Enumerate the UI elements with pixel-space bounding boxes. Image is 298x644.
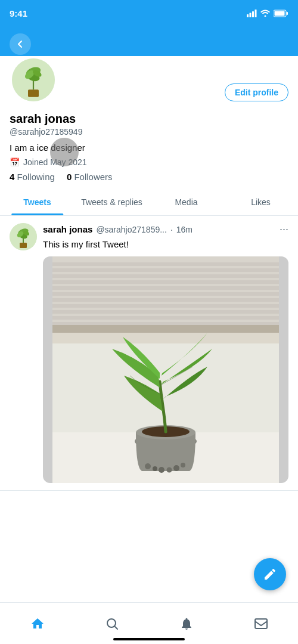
- signal-icon: [247, 10, 257, 17]
- search-icon: [105, 617, 119, 631]
- tweet-author-name: sarah jonas: [43, 224, 92, 234]
- tab-tweets-replies[interactable]: Tweets & replies: [74, 189, 149, 215]
- profile-info-area: Edit profile sarah jonas @sarahjo2718594…: [0, 56, 298, 182]
- svg-rect-5: [275, 11, 285, 16]
- svg-rect-28: [52, 292, 279, 296]
- tweet-avatar: [10, 223, 37, 250]
- tweet-plant-photo: [43, 256, 288, 483]
- home-icon: [30, 617, 45, 631]
- tab-likes[interactable]: Likes: [224, 189, 298, 215]
- svg-point-44: [173, 465, 179, 471]
- profile-tabs: Tweets Tweets & replies Media Likes: [0, 189, 298, 216]
- svg-rect-1: [250, 13, 252, 17]
- back-button[interactable]: [10, 33, 31, 55]
- svg-rect-23: [52, 262, 279, 266]
- svg-rect-3: [255, 10, 257, 17]
- svg-rect-35: [52, 333, 279, 343]
- svg-point-42: [159, 467, 164, 473]
- tweet-time: 16m: [176, 225, 193, 234]
- svg-point-45: [181, 463, 185, 467]
- svg-rect-32: [52, 316, 279, 320]
- avatar-image: [12, 58, 55, 101]
- join-date-text: Joined May 2021: [23, 157, 87, 167]
- svg-point-43: [167, 467, 172, 473]
- nav-home[interactable]: [0, 603, 74, 644]
- svg-rect-30: [52, 304, 279, 308]
- battery-icon: [274, 10, 288, 17]
- status-bar: 9:41: [0, 0, 298, 26]
- tweet-dot: ·: [170, 225, 173, 234]
- svg-rect-24: [52, 268, 279, 272]
- mail-icon: [254, 617, 268, 631]
- avatar-row: Edit profile: [10, 56, 288, 110]
- tab-media[interactable]: Media: [149, 189, 224, 215]
- tweet-content: sarah jonas @sarahjo271859... · 16m ··· …: [43, 223, 288, 483]
- svg-rect-34: [52, 325, 279, 334]
- followers-stat[interactable]: 0 Followers: [67, 172, 113, 182]
- following-label: Following: [17, 172, 55, 182]
- follow-stats: 4 Following 0 Followers: [10, 172, 288, 182]
- svg-rect-29: [52, 298, 279, 302]
- tweet-image: [43, 256, 288, 483]
- followers-count: 0: [67, 172, 72, 182]
- tweet-feed: sarah jonas @sarahjo271859... · 16m ··· …: [0, 216, 298, 574]
- svg-point-46: [107, 619, 116, 627]
- svg-rect-6: [287, 12, 288, 15]
- edit-profile-button[interactable]: Edit profile: [225, 83, 288, 101]
- status-time: 9:41: [10, 8, 27, 18]
- username: @sarahjo27185949: [10, 127, 288, 137]
- tweet-author-handle: @sarahjo271859...: [96, 225, 167, 234]
- bio-text: I am a ice designer: [10, 143, 85, 153]
- following-stat[interactable]: 4 Following: [10, 172, 55, 182]
- tweet-more-button[interactable]: ···: [280, 223, 288, 236]
- avatar: [10, 56, 57, 104]
- tweet-header: sarah jonas @sarahjo271859... · 16m ···: [43, 223, 288, 236]
- wifi-icon: [260, 10, 270, 17]
- compose-tweet-button[interactable]: [254, 558, 286, 590]
- svg-point-41: [153, 466, 157, 471]
- followers-label: Followers: [74, 172, 112, 182]
- status-icons: [247, 10, 288, 17]
- home-indicator: [113, 638, 185, 640]
- svg-rect-47: [255, 619, 267, 628]
- join-date: 📅 Joined May 2021: [10, 157, 288, 167]
- svg-rect-0: [247, 14, 249, 17]
- display-name: sarah jonas: [10, 112, 288, 126]
- tab-tweets[interactable]: Tweets: [0, 189, 74, 215]
- svg-rect-27: [52, 286, 279, 290]
- bio-container: I am a ice designer: [10, 141, 288, 154]
- svg-point-40: [145, 463, 151, 469]
- svg-rect-2: [252, 11, 254, 17]
- svg-rect-26: [52, 280, 279, 284]
- svg-rect-25: [52, 274, 279, 278]
- tweet-item: sarah jonas @sarahjo271859... · 16m ··· …: [0, 216, 298, 491]
- following-count: 4: [10, 172, 14, 182]
- bell-icon: [179, 617, 194, 631]
- svg-rect-31: [52, 310, 279, 314]
- svg-rect-15: [20, 243, 27, 248]
- nav-messages[interactable]: [224, 603, 298, 644]
- calendar-icon: 📅: [10, 157, 20, 167]
- tweet-text: This is my first Tweet!: [43, 238, 288, 250]
- svg-rect-8: [28, 89, 39, 97]
